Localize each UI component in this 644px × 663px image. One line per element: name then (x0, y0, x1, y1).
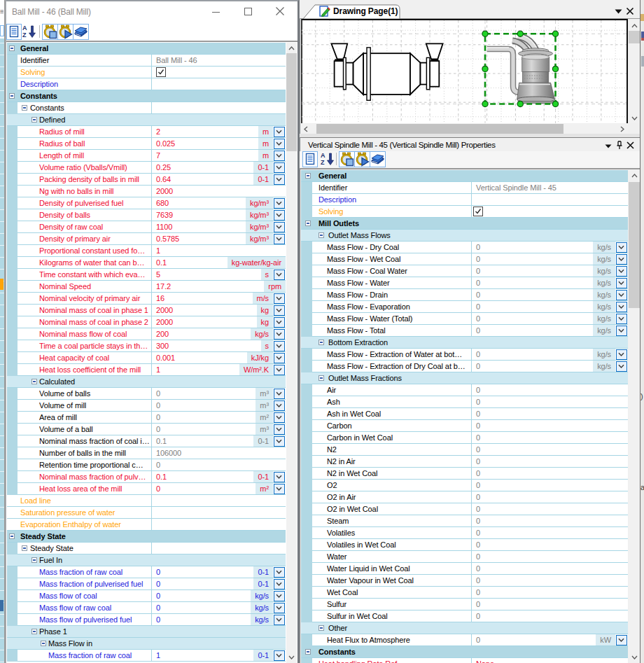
svg-text:Z: Z (22, 32, 27, 39)
svg-text:A: A (22, 25, 27, 32)
svg-text:Z: Z (321, 159, 325, 166)
svg-text:A: A (321, 152, 326, 159)
